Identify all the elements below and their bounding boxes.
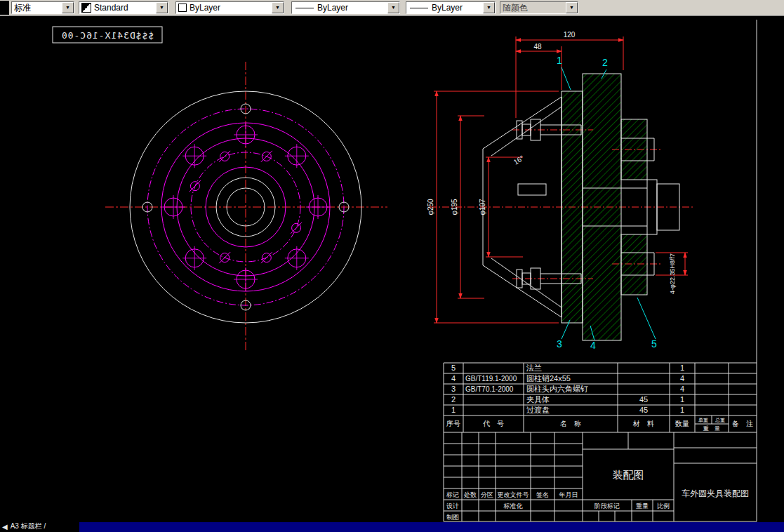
linetype-sample-icon xyxy=(295,8,314,8)
title-block: 标记 处数 分区 更改文件号 签名 年月日 设计 标准化 制图 阶段标记 重量 … xyxy=(446,469,749,521)
bom-seq: 3 xyxy=(451,385,456,393)
tb-drawing-title: 车外圆夹具装配图 xyxy=(682,488,749,498)
chevron-down-icon[interactable]: ▼ xyxy=(387,2,399,13)
fixture-body-section xyxy=(583,74,621,340)
bom-name: 夹具体 xyxy=(526,395,550,404)
bom-header-qty: 数量 xyxy=(675,420,689,427)
dim-dia195: φ195 xyxy=(451,199,458,215)
chevron-down-icon[interactable]: ▼ xyxy=(62,2,74,13)
layout-tab-label: A3 标题栏 / xyxy=(11,521,46,531)
bom-qty: 4 xyxy=(680,374,684,383)
mirrored-label: $$$D341X-16C-00 xyxy=(53,27,162,43)
bom-name: 法兰 xyxy=(526,364,542,372)
toolbar-grip-icon[interactable] xyxy=(0,1,9,15)
tb-scale: 比例 xyxy=(657,503,670,510)
part-number-text: $$$D341X-16C-00 xyxy=(61,30,154,41)
chevron-down-icon[interactable]: ▼ xyxy=(272,2,284,13)
balloon-2: 2 xyxy=(602,57,608,68)
bom-header-code: 代 号 xyxy=(483,420,504,427)
balloon-4: 4 xyxy=(590,340,596,351)
bom-header-seq: 序号 xyxy=(446,420,460,427)
bom-qty: 1 xyxy=(680,406,684,414)
bom-code: GB/T70.1-2000 xyxy=(465,385,514,393)
dim-dia250: φ250 xyxy=(427,199,434,215)
tb-weight: 重量 xyxy=(636,503,649,510)
tb-rev-mark: 标记 xyxy=(446,491,459,498)
color-combo[interactable]: ByLayer ▼ xyxy=(175,1,284,14)
lineweight-combo[interactable]: ByLayer ▼ xyxy=(406,1,496,14)
tb-rev-zone: 分区 xyxy=(481,491,493,498)
tb-rev-docno: 更改文件号 xyxy=(498,491,529,498)
dim-style-value: 标准 xyxy=(14,2,60,14)
tb-draft: 制图 xyxy=(446,514,459,521)
drawing-canvas[interactable]: $$$D341X-16C-00 xyxy=(0,0,784,532)
bom-material: 45 xyxy=(639,406,648,414)
bom-seq: 2 xyxy=(451,395,456,404)
bom-header-material: 材 料 xyxy=(632,420,654,427)
dim-style-combo[interactable]: 标准 ▼ xyxy=(11,1,74,14)
dim-angle16: 16° xyxy=(512,154,526,166)
bom-qty: 4 xyxy=(680,385,684,393)
dim-dia107: φ107 xyxy=(479,199,486,215)
tb-drawing-type: 装配图 xyxy=(613,469,644,481)
bom-material: 45 xyxy=(639,395,648,404)
balloon-5: 5 xyxy=(651,338,657,350)
bom-name: 圆柱头内六角螺钉 xyxy=(526,385,588,393)
dim-holes-note: 4-φ22.35H8/f7 xyxy=(669,253,676,294)
layout-tab-a3[interactable]: ◀ A3 标题栏 / xyxy=(0,521,79,532)
bom-code: GB/T119.1-2000 xyxy=(465,375,517,383)
small-label-box xyxy=(518,184,546,195)
bom-qty: 1 xyxy=(680,364,684,372)
tb-rev-count: 处数 xyxy=(463,491,477,498)
bom-header-name: 名 称 xyxy=(560,420,581,427)
section-view xyxy=(430,74,693,340)
dimensions: 120 48 φ250 φ195 φ107 16° 4-φ22.35H8/f7 xyxy=(427,31,688,323)
tb-standardization: 标准化 xyxy=(503,503,524,510)
bom-seq: 5 xyxy=(451,364,456,372)
flange-lower-section xyxy=(621,234,647,295)
bom-name: 过渡盘 xyxy=(526,406,550,414)
transition-disk-section xyxy=(562,91,583,323)
bom-seq: 1 xyxy=(451,406,456,414)
bom-qty: 1 xyxy=(680,395,684,404)
dim-48: 48 xyxy=(533,43,542,51)
bom-header-remark: 备 注 xyxy=(732,420,753,427)
tb-rev-date: 年月日 xyxy=(559,491,578,498)
tb-stage-mark: 阶段标记 xyxy=(594,503,620,510)
command-bar[interactable] xyxy=(0,522,784,532)
text-style-combo[interactable]: Standard ▼ xyxy=(79,1,168,14)
flange-upper-section xyxy=(621,119,647,180)
plotstyle-combo[interactable]: 随颜色 ▼ xyxy=(500,1,578,14)
balloon-3: 3 xyxy=(557,338,562,350)
text-style-icon xyxy=(81,3,91,13)
bom-header-weight-total: 总重 xyxy=(715,418,725,423)
lineweight-sample-icon xyxy=(410,8,428,8)
chevron-down-icon[interactable]: ▼ xyxy=(566,2,578,13)
text-style-value: Standard xyxy=(94,3,154,13)
bom-name: 圆柱销24x55 xyxy=(526,374,571,383)
lineweight-value: ByLayer xyxy=(432,3,481,13)
plotstyle-value: 随颜色 xyxy=(503,2,564,14)
balloon-1: 1 xyxy=(557,55,562,66)
bom-header-weight: 重 量 xyxy=(703,425,720,432)
linetype-combo[interactable]: ByLayer ▼ xyxy=(291,1,400,14)
front-view xyxy=(105,62,387,352)
color-swatch-icon xyxy=(178,4,187,12)
tb-design: 设计 xyxy=(446,503,459,510)
dim-120: 120 xyxy=(564,31,576,39)
toolbar: 标准 ▼ Standard ▼ ByLayer ▼ ByLayer ▼ ByLa… xyxy=(0,0,784,16)
chevron-down-icon[interactable]: ▼ xyxy=(156,2,168,13)
tb-rev-sign: 签名 xyxy=(536,491,549,498)
bom-header-weight-unit: 单重 xyxy=(698,418,708,423)
chevron-down-icon[interactable]: ▼ xyxy=(483,2,495,13)
color-value: ByLayer xyxy=(190,3,270,13)
bom-seq: 4 xyxy=(451,374,456,383)
linetype-value: ByLayer xyxy=(317,3,386,13)
tab-arrow-icon[interactable]: ◀ xyxy=(2,523,8,531)
